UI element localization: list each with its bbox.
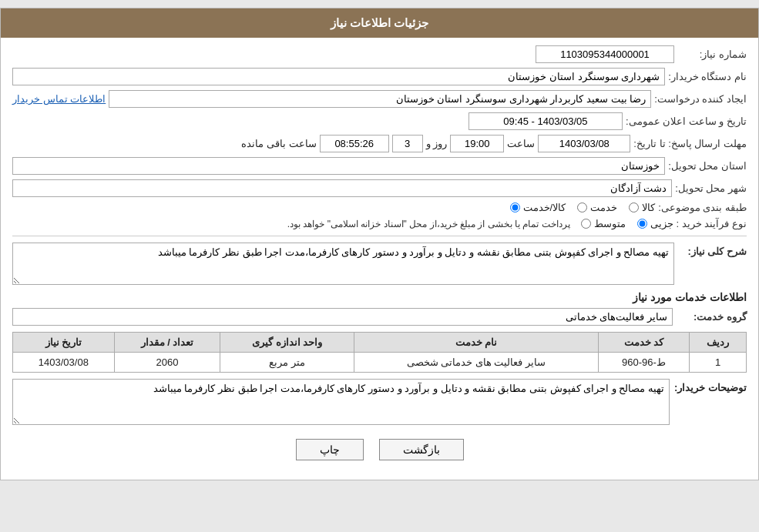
col-header-date: تاریخ نیاز [13, 333, 115, 353]
category-kala-khedmat-item: کالا/خدمت [510, 202, 566, 213]
table-header: ردیف کد خدمت نام خدمت واحد اندازه گیری ت… [13, 333, 747, 353]
divider1 [12, 236, 747, 236]
table-body: 1ط-96-960سایر فعالیت های خدماتی شخصیمتر … [13, 353, 747, 373]
need-number-row: شماره نیاز: [12, 45, 747, 63]
content-area: شماره نیاز: نام دستگاه خریدار: ایجاد کنن… [1, 38, 758, 480]
category-kala-khedmat-label: کالا/خدمت [523, 202, 566, 213]
reply-deadline-label: مهلت ارسال پاسخ: تا تاریخ: [633, 138, 747, 149]
delivery-city-row: شهر محل تحویل: [12, 179, 747, 197]
purchase-motavasset-radio[interactable] [581, 219, 591, 229]
buyer-org-row: نام دستگاه خریدار: [12, 68, 747, 85]
purchase-jozii-label: جزیی [650, 218, 673, 229]
page-header: جزئیات اطلاعات نیاز [1, 8, 758, 38]
purchase-motavasset-item: متوسط [581, 218, 626, 229]
delivery-province-input[interactable] [12, 157, 665, 175]
announce-date-row: تاریخ و ساعت اعلان عمومی: [12, 112, 747, 130]
announce-date-label: تاریخ و ساعت اعلان عمومی: [626, 115, 747, 127]
delivery-province-label: استان محل تحویل: [668, 160, 747, 172]
delivery-city-label: شهر محل تحویل: [675, 182, 747, 194]
category-khedmat-radio[interactable] [577, 202, 587, 212]
purchase-type-radio-group: متوسط جزیی [581, 218, 673, 229]
service-info-title: اطلاعات خدمات مورد نیاز [12, 291, 747, 303]
category-radio-group: کالا/خدمت خدمت کالا [510, 202, 656, 213]
creator-row: ایجاد کننده درخواست: اطلاعات تماس خریدار [12, 90, 747, 108]
col-header-qty: تعداد / مقدار [114, 333, 220, 353]
table-cell-date: 1403/03/08 [13, 353, 115, 373]
need-number-input[interactable] [536, 45, 674, 63]
creator-label: ایجاد کننده درخواست: [654, 93, 747, 105]
announce-date-input[interactable] [468, 112, 623, 130]
delivery-province-row: استان محل تحویل: [12, 157, 747, 175]
need-number-label: شماره نیاز: [677, 49, 747, 60]
reply-remaining-label: ساعت باقی مانده [241, 138, 316, 149]
page-title: جزئیات اطلاعات نیاز [331, 16, 428, 29]
table-cell-row: 1 [690, 353, 747, 373]
purchase-note: پرداخت تمام یا بخشی از مبلغ خرید،از محل … [287, 219, 570, 229]
buyer-desc-row: توضیحات خریدار: تهیه مصالح و اجرای کفپوش… [12, 379, 747, 425]
purchase-type-label: نوع فرآیند خرید : [677, 218, 747, 229]
category-label: طبقه بندی موضوعی: [658, 202, 747, 213]
col-header-unit: واحد اندازه گیری [220, 333, 354, 353]
buyer-org-input[interactable] [12, 68, 665, 85]
table-row: 1ط-96-960سایر فعالیت های خدماتی شخصیمتر … [13, 353, 747, 373]
category-kala-label: کالا [642, 202, 655, 213]
category-kala-item: کالا [629, 202, 655, 213]
table-cell-code: ط-96-960 [598, 353, 689, 373]
col-header-name: نام خدمت [354, 333, 599, 353]
reply-remaining-input[interactable] [320, 135, 389, 152]
buyer-desc-textarea[interactable]: تهیه مصالح و اجرای کفپوش بتنی مطابق نقشه… [12, 379, 670, 425]
table-cell-unit: متر مربع [220, 353, 354, 373]
contact-link[interactable]: اطلاعات تماس خریدار [12, 93, 106, 105]
buyer-org-label: نام دستگاه خریدار: [668, 71, 747, 82]
purchase-type-row: نوع فرآیند خرید : متوسط جزیی پرداخت تمام… [12, 218, 747, 229]
table-cell-quantity: 2060 [114, 353, 220, 373]
service-group-input[interactable] [12, 308, 673, 326]
table-cell-name: سایر فعالیت های خدماتی شخصی [354, 353, 599, 373]
services-table: ردیف کد خدمت نام خدمت واحد اندازه گیری ت… [12, 332, 747, 373]
creator-input[interactable] [109, 90, 651, 108]
category-kala-radio[interactable] [629, 202, 639, 212]
purchase-motavasset-label: متوسط [594, 218, 626, 229]
reply-days-label: روز و [426, 138, 448, 149]
category-row: طبقه بندی موضوعی: کالا/خدمت خدمت کالا [12, 202, 747, 213]
col-header-row: ردیف [690, 333, 747, 353]
service-group-row: گروه خدمت: [12, 308, 747, 326]
buyer-desc-label: توضیحات خریدار: [674, 379, 747, 393]
reply-time-label: ساعت [507, 138, 535, 149]
purchase-jozii-radio[interactable] [637, 219, 647, 229]
bottom-buttons: بازگشت چاپ [12, 431, 747, 472]
purchase-jozii-item: جزیی [637, 218, 673, 229]
need-desc-textarea[interactable]: تهیه مصالح و اجرای کفپوش بتنی مطابق نقشه… [12, 243, 674, 285]
reply-deadline-row: مهلت ارسال پاسخ: تا تاریخ: ساعت روز و سا… [12, 135, 747, 152]
category-khedmat-label: خدمت [590, 202, 617, 213]
services-table-section: ردیف کد خدمت نام خدمت واحد اندازه گیری ت… [12, 332, 747, 373]
category-kala-khedmat-radio[interactable] [510, 202, 520, 212]
back-button[interactable]: بازگشت [379, 439, 464, 460]
need-desc-row: شرح کلی نیاز: تهیه مصالح و اجرای کفپوش ب… [12, 243, 747, 285]
reply-days-input[interactable] [392, 135, 423, 152]
main-container: جزئیات اطلاعات نیاز شماره نیاز: نام دستگ… [0, 8, 759, 480]
need-desc-label: شرح کلی نیاز: [677, 243, 747, 257]
delivery-city-input[interactable] [12, 179, 672, 197]
reply-time-input[interactable] [450, 135, 504, 152]
category-khedmat-item: خدمت [577, 202, 617, 213]
print-button[interactable]: چاپ [296, 439, 364, 460]
service-group-label: گروه خدمت: [677, 311, 747, 323]
col-header-code: کد خدمت [598, 333, 689, 353]
reply-date-input[interactable] [538, 135, 630, 152]
